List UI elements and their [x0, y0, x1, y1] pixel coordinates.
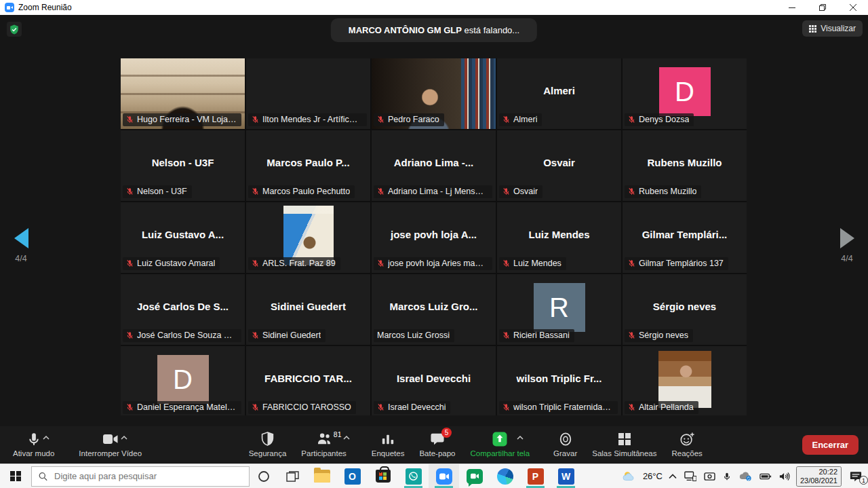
record-button-label: Gravar [553, 449, 577, 457]
participant-tile[interactable]: Gilmar Templári... Gilmar Templários 137 [623, 202, 747, 273]
taskbar-app-whatsapp[interactable] [398, 464, 429, 488]
end-meeting-button[interactable]: Encerrar [802, 435, 859, 455]
search-input[interactable] [53, 470, 242, 482]
participant-tile[interactable]: Hugo Ferreira - VM Loja G... [121, 58, 245, 129]
muted-mic-icon [628, 115, 635, 124]
participant-tile[interactable]: Luiz Mendes Luiz Mendes [497, 202, 621, 273]
participants-count-badge: 81 [334, 430, 342, 438]
cortana-button[interactable] [250, 464, 278, 488]
reactions-button[interactable]: Reações [664, 426, 709, 464]
participant-tile[interactable]: wilson Triplic Fr... wilson Triplic Frat… [497, 346, 621, 415]
temperature-label[interactable]: 26°C [643, 471, 663, 481]
taskbar-app-zoom[interactable] [429, 464, 459, 488]
participant-name-text: Ricieri Bassani [513, 331, 570, 340]
zoom-app-icon [5, 3, 14, 12]
taskbar-app-word[interactable]: W [551, 464, 581, 488]
record-button[interactable]: Gravar [546, 426, 585, 464]
start-button[interactable] [0, 464, 31, 488]
participant-tile[interactable]: Nelson - U3F Nelson - U3F [121, 130, 245, 201]
participant-name-text: Osvair [513, 187, 538, 196]
meeting-security-shield-icon[interactable] [7, 22, 22, 37]
share-options-chevron-icon[interactable] [517, 433, 524, 441]
previous-page-button[interactable]: 4/4 [5, 227, 37, 264]
participant-tile[interactable]: jose povh loja A... jose povh loja Aries… [372, 202, 496, 273]
participant-name-text: Sidinei Guedert [262, 331, 321, 340]
participant-nameplate: Nelson - U3F [123, 185, 192, 198]
muted-mic-icon [628, 259, 635, 267]
participant-tile[interactable]: R Ricieri Bassani [497, 274, 621, 345]
participants-button[interactable]: 81 Participantes [294, 426, 363, 464]
participant-tile[interactable]: D Daniel Esperança Matelan... [121, 346, 245, 415]
participant-tile[interactable]: Ilton Mendes Jr - Artífices ... [246, 58, 370, 129]
participant-tile[interactable]: Pedro Faraco [372, 58, 496, 129]
muted-mic-icon [252, 331, 259, 339]
muted-mic-icon [377, 403, 384, 411]
restore-button[interactable] [807, 0, 837, 15]
participant-name-text: jose povh loja Aries mamb... [388, 259, 488, 268]
participant-display-name: Rubens Muzillo [627, 130, 743, 194]
stop-video-button[interactable]: Interromper Vídeo [71, 426, 149, 464]
participant-tile[interactable]: Rubens Muzillo Rubens Muzillo [623, 130, 747, 201]
clock[interactable]: 20:22 23/08/2021 [796, 466, 842, 487]
taskbar-app-outlook[interactable]: O [337, 464, 368, 488]
muted-mic-icon [377, 115, 384, 124]
onedrive-sync-icon[interactable] [737, 464, 753, 488]
participant-tile[interactable]: Luiz Gustavo A... Luiz Gustavo Amaral [121, 202, 245, 273]
participant-tile[interactable]: Sidinei Guedert Sidinei Guedert [246, 274, 370, 345]
windows-logo-icon [10, 471, 21, 482]
breakout-rooms-button[interactable]: Salas Simultâneas [585, 426, 664, 464]
mute-options-chevron-icon[interactable] [43, 433, 50, 441]
volume-icon[interactable] [778, 464, 791, 488]
taskbar-app-edge[interactable] [490, 464, 520, 488]
participant-tile[interactable]: Altair Pellanda [623, 346, 747, 415]
next-page-button[interactable]: 4/4 [831, 227, 863, 264]
taskbar-app-file-explorer[interactable] [307, 464, 337, 488]
participant-tile[interactable]: Sérgio neves Sérgio neves [623, 274, 747, 345]
mute-button[interactable]: Ativar mudo [5, 426, 62, 464]
view-button[interactable]: Visualizar [802, 20, 863, 37]
network-status-icon[interactable] [683, 464, 698, 488]
participants-options-chevron-icon[interactable] [343, 433, 350, 441]
participant-nameplate: Almeri [499, 113, 542, 126]
weather-widget[interactable] [620, 464, 638, 488]
participant-tile[interactable]: José Carlos De S... José Carlos De Souza… [121, 274, 245, 345]
close-button[interactable] [837, 0, 868, 15]
security-button[interactable]: Segurança [241, 426, 294, 464]
taskbar-app-google-meet[interactable] [459, 464, 490, 488]
participant-tile[interactable]: FABRICCIO TAR... FABRICCIO TAROSSO [246, 346, 370, 415]
taskbar-app-microsoft-store[interactable] [368, 464, 398, 488]
participant-tile[interactable]: D Denys Dozsa [623, 58, 747, 129]
taskbar-search[interactable] [31, 466, 250, 487]
video-camera-icon [102, 433, 119, 445]
participant-tile[interactable]: Marcos Luiz Gro... Marcos Luiz Grossi [372, 274, 496, 345]
chat-button[interactable]: 5 Bate-papo [412, 426, 462, 464]
microphone-tray-icon[interactable] [722, 464, 732, 488]
participant-tile[interactable]: Adriano Lima -... Adriano Lima - Lj Mens… [372, 130, 496, 201]
video-options-chevron-icon[interactable] [121, 433, 127, 441]
polls-button-label: Enquetes [372, 449, 405, 457]
clock-date: 23/08/2021 [800, 476, 837, 485]
taskbar-app-powerpoint[interactable]: P [520, 464, 551, 488]
participant-nameplate: Israel Devecchi [374, 401, 450, 414]
screen: Zoom Reunião MARCO ANTÔNIO GM GLP está f… [0, 0, 868, 488]
participant-tile[interactable]: Marcos Paulo P... Marcos Paulo Pechutto [246, 130, 370, 201]
clock-time: 20:22 [800, 468, 837, 476]
polls-button[interactable]: Enquetes [364, 426, 412, 464]
participant-tile[interactable]: Osvair Osvair [497, 130, 621, 201]
action-center-button[interactable]: 1 [846, 464, 865, 488]
microsoft-store-icon [376, 470, 391, 483]
participant-tile[interactable]: Almeri Almeri [497, 58, 621, 129]
screen-capture-icon[interactable] [703, 464, 717, 488]
participant-tile[interactable]: Israel Devecchi Israel Devecchi [372, 346, 496, 415]
task-view-button[interactable] [278, 464, 307, 488]
participant-nameplate: Daniel Esperança Matelan... [123, 401, 241, 414]
participant-nameplate: Gilmar Templários 137 [625, 257, 728, 270]
hidden-icons-chevron[interactable] [667, 464, 678, 488]
windows-taskbar: O P W [0, 464, 868, 488]
participant-tile[interactable]: ARLS. Frat. Paz 89 [246, 202, 370, 273]
share-screen-button[interactable]: Compartilhar tela [462, 426, 546, 464]
participant-nameplate: ARLS. Frat. Paz 89 [248, 257, 340, 270]
minimize-button[interactable] [776, 0, 807, 15]
minimize-icon [789, 4, 795, 11]
battery-icon[interactable] [758, 464, 773, 488]
